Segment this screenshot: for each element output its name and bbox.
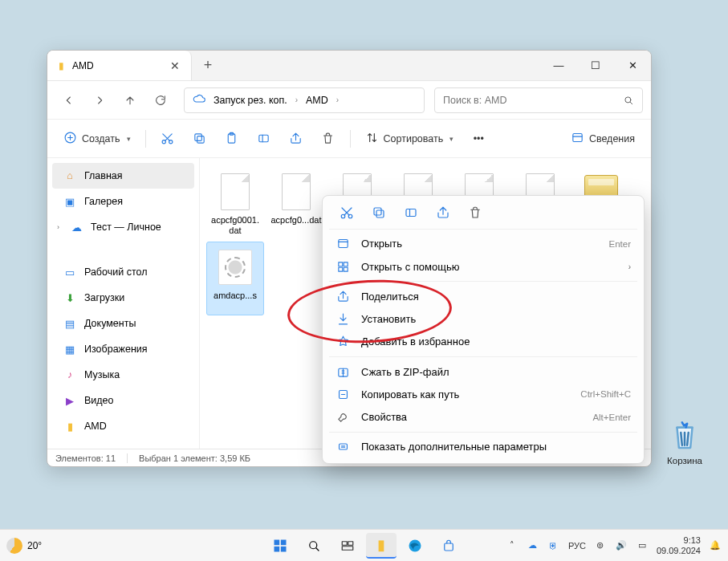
sidebar-item-label: Видео [84,395,114,406]
edge-taskbar-icon[interactable] [400,533,430,559]
onedrive-tray-icon[interactable]: ☁ [527,539,539,552]
back-button[interactable] [55,87,83,114]
breadcrumb[interactable]: Запуск рез. коп. › AMD › [184,87,425,113]
music-icon: ♪ [63,368,76,381]
context-favorite[interactable]: Добавить в избранное [327,331,639,353]
create-button[interactable]: Создать ▾ [55,125,139,152]
context-zip[interactable]: Сжать в ZIP-файл [327,360,639,383]
svg-rect-23 [274,539,279,545]
explorer-taskbar-icon[interactable]: ▮ [366,533,397,559]
minimize-button[interactable]: — [540,51,577,80]
selection-info: Выбран 1 элемент: 3,59 КБ [139,453,250,463]
downloads-icon: ⬇ [63,291,76,304]
details-icon [571,131,584,147]
svg-rect-8 [259,135,268,142]
context-copy-path[interactable]: Копировать как путь Ctrl+Shift+C [327,383,639,405]
sidebar-item-pictures[interactable]: ▦ Изображения [52,336,194,362]
svg-rect-14 [406,209,416,217]
chevron-right-icon[interactable]: › [57,223,63,231]
search-placeholder: Поиск в: AMD [443,95,506,106]
copy-button[interactable] [185,125,215,152]
notifications-icon[interactable]: 🔔 [709,539,722,552]
share-button[interactable] [429,201,458,225]
taskbar-tray: ˄ ☁ ⛨ РУС ⊚ 🔊 ▭ 9:13 09.09.2024 🔔 [506,535,722,555]
context-properties[interactable]: Свойства Alt+Enter [327,406,639,429]
volume-icon[interactable]: 🔊 [615,539,628,552]
active-tab[interactable]: ▮ AMD ✕ [47,51,192,80]
battery-icon[interactable]: ▭ [636,539,649,552]
cut-button[interactable] [153,125,183,152]
start-button[interactable] [265,533,295,559]
chevron-right-icon: › [295,96,298,104]
context-item-label: Копировать как путь [361,388,459,400]
sidebar-item-desktop[interactable]: ▭ Рабочий стол [52,259,194,285]
close-tab-icon[interactable]: ✕ [170,59,180,72]
blank-file-icon [218,170,253,213]
security-tray-icon[interactable]: ⛨ [547,539,560,552]
rename-button[interactable] [397,201,425,225]
sidebar-item-gallery[interactable]: ▣ Галерея [52,189,194,214]
sidebar: ⌂ Главная ▣ Галерея › ☁ Тест — Личное ▭ … [47,158,200,449]
file-item[interactable]: acpcfg0001.dat [206,166,264,240]
share-button[interactable] [281,125,311,152]
chevron-up-icon[interactable]: ˄ [506,539,519,552]
taskbar-weather[interactable]: 20° [6,538,42,554]
up-button[interactable] [116,87,144,114]
cut-button[interactable] [332,201,361,225]
maximize-button[interactable]: ☐ [577,51,614,80]
file-item[interactable]: amdacp...s [206,242,264,315]
sidebar-item-label: Главная [84,170,123,181]
breadcrumb-current[interactable]: AMD [306,95,328,106]
context-share[interactable]: Поделиться [327,285,639,307]
store-taskbar-icon[interactable] [433,533,464,559]
svg-rect-26 [280,546,286,551]
weather-temp: 20° [27,540,42,551]
details-button[interactable]: Сведения [563,125,643,152]
titlebar: ▮ AMD ✕ + — ☐ ✕ [47,51,651,81]
recycle-bin-icon [669,417,700,453]
context-open[interactable]: Открыть Enter [327,233,639,255]
sidebar-item-label: Изображения [84,344,148,355]
rename-button[interactable] [249,125,279,152]
language-indicator[interactable]: РУС [568,541,586,551]
clock[interactable]: 9:13 09.09.2024 [657,535,701,555]
forward-button[interactable] [86,87,113,114]
refresh-button[interactable] [147,87,174,114]
paste-button[interactable] [217,125,247,152]
delete-button[interactable] [313,125,344,152]
svg-rect-18 [338,267,342,271]
recycle-bin-label: Корзина [667,456,702,465]
sidebar-item-home[interactable]: ⌂ Главная [52,163,194,189]
task-view-button[interactable] [332,533,363,559]
breadcrumb-root[interactable]: Запуск рез. коп. [214,95,287,106]
sidebar-item-documents[interactable]: ▤ Документы [52,311,194,336]
more-options-button[interactable]: ••• [463,125,494,152]
wrench-icon [336,410,350,425]
sidebar-item-label: Рабочий стол [84,266,147,278]
delete-button[interactable] [461,201,490,225]
sidebar-item-music[interactable]: ♪ Музыка [52,362,194,388]
file-item[interactable]: acpcfg0...dat [267,166,325,240]
svg-rect-28 [342,541,347,545]
sidebar-item-video[interactable]: ▶ Видео [52,388,194,413]
context-install[interactable]: Установить [327,307,639,330]
search-input[interactable]: Поиск в: AMD [434,87,643,113]
share-icon [336,289,350,303]
sort-button[interactable]: Сортировать ▾ [357,125,462,152]
svg-rect-9 [573,133,582,141]
copy-button[interactable] [364,201,393,225]
home-icon: ⌂ [63,169,76,182]
context-item-label: Сжать в ZIP-файл [361,366,449,378]
sidebar-item-personal[interactable]: › ☁ Тест — Личное [52,214,194,240]
new-tab-button[interactable]: + [192,51,224,80]
close-window-button[interactable]: ✕ [614,51,651,80]
context-open-with[interactable]: Открыть с помощью › [327,255,639,278]
context-more-options[interactable]: Показать дополнительные параметры [327,436,639,458]
search-button[interactable] [299,533,329,559]
gallery-icon: ▣ [63,195,76,208]
sidebar-item-amd[interactable]: ▮ AMD [52,413,194,439]
sidebar-item-downloads[interactable]: ⬇ Загрузки [52,285,194,311]
network-icon[interactable]: ⊚ [594,539,607,552]
recycle-bin[interactable]: Корзина [659,417,710,465]
svg-rect-15 [338,240,347,248]
